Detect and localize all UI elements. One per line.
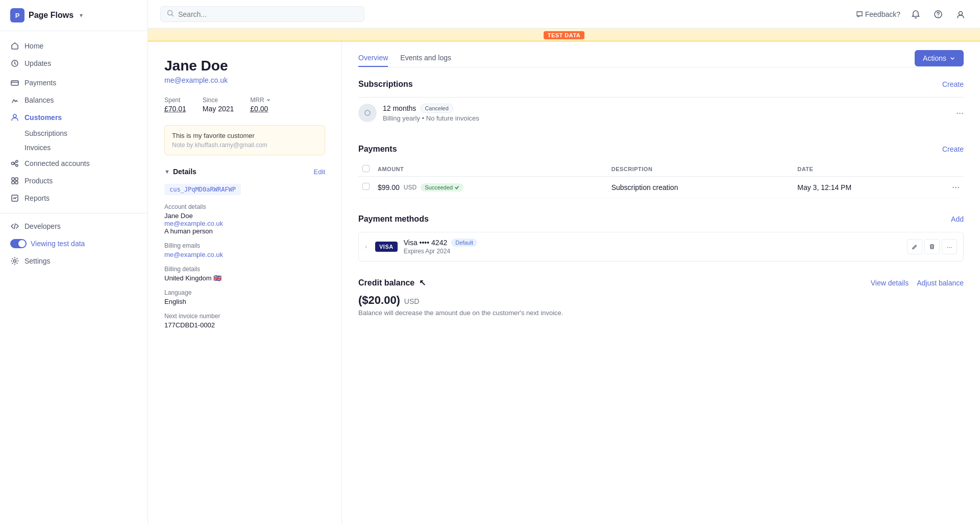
test-data-banner: TEST DATA [148, 29, 980, 41]
sidebar-item-invoices[interactable]: Invoices [0, 140, 148, 155]
pm-expiry: Expires Apr 2024 [404, 248, 901, 255]
payment-status-badge: Succeeded [421, 183, 463, 192]
feedback-label: Feedback? [865, 10, 900, 18]
pm-edit-button[interactable] [907, 239, 922, 254]
create-subscription-button[interactable]: Create [942, 80, 964, 88]
sidebar-item-developers-label: Developers [24, 222, 61, 230]
actions-label: Actions [923, 54, 946, 62]
payment-amount: $99.00 USD Succeeded [374, 177, 607, 198]
actions-button[interactable]: Actions [915, 50, 964, 66]
payments-header: Payments Create [358, 145, 964, 154]
details-title: ▼ Details [164, 168, 197, 176]
credit-balance-note: Balance will decrease the amount due on … [358, 309, 964, 317]
account-desc: A human person [164, 227, 325, 235]
actions-col-header [948, 162, 964, 177]
sidebar-item-home[interactable]: Home [0, 37, 148, 55]
pm-delete-button[interactable] [924, 239, 940, 254]
sidebar-item-invoices-label: Invoices [24, 144, 51, 152]
payments-table-head: AMOUNT DESCRIPTION DATE [358, 162, 964, 177]
note-text: This is my favorite customer [172, 132, 317, 139]
payment-description: Subscription creation [607, 177, 794, 198]
billing-details-group: Billing details United Kingdom 🇬🇧 [164, 266, 325, 282]
sidebar-item-balances[interactable]: Balances [0, 91, 148, 109]
sidebar-item-settings-label: Settings [24, 257, 51, 265]
account-button[interactable] [953, 7, 968, 21]
subscriptions-section: Subscriptions Create 12 months Canceled … [358, 80, 964, 128]
sidebar-item-reports[interactable]: Reports [0, 189, 148, 207]
stat-since-value: May 2021 [203, 105, 234, 113]
customer-id-badge[interactable]: cus_JPqMD0aRWRAFWP [164, 184, 241, 195]
settings-icon [10, 256, 19, 266]
search-icon [167, 10, 174, 18]
pm-display-name: Visa •••• 4242 [404, 239, 448, 247]
payment-amount-value: $99.00 [378, 183, 400, 192]
billing-emails-label: Billing emails [164, 242, 325, 249]
stat-since: Since May 2021 [203, 97, 234, 113]
stat-spent: Spent £70.01 [164, 97, 186, 113]
pm-actions: ··· [907, 239, 957, 254]
test-data-toggle-switch[interactable] [10, 239, 27, 248]
svg-point-16 [365, 110, 370, 115]
sidebar-logo[interactable]: P Page Flows ▾ [0, 0, 148, 31]
reports-icon [10, 194, 19, 203]
customer-email[interactable]: me@example.co.uk [164, 76, 325, 84]
svg-point-3 [12, 162, 14, 165]
svg-rect-7 [15, 178, 18, 180]
customers-icon [10, 113, 19, 122]
pm-more-button[interactable]: ··· [942, 239, 957, 254]
credit-balance-amount: ($20.00) [358, 294, 400, 306]
view-details-button[interactable]: View details [871, 279, 909, 287]
create-payment-button[interactable]: Create [942, 145, 964, 153]
customer-stats: Spent £70.01 Since May 2021 MRR £0.00 [164, 97, 325, 113]
collapse-icon[interactable]: ▼ [164, 169, 170, 175]
sidebar-item-products[interactable]: Products [0, 172, 148, 189]
sidebar-item-connected-accounts[interactable]: Connected accounts [0, 155, 148, 172]
payments-icon [10, 78, 19, 87]
svg-point-11 [14, 260, 16, 263]
viewing-test-data-toggle[interactable]: Viewing test data [0, 235, 148, 252]
subscription-more-button[interactable]: ··· [956, 108, 964, 118]
logo-chevron-icon: ▾ [80, 12, 83, 19]
payments-title: Payments [358, 145, 397, 154]
main-content: Feedback? TEST DATA Jane Doe me@example.… [148, 0, 980, 524]
search-input[interactable] [178, 10, 358, 18]
feedback-button[interactable]: Feedback? [856, 10, 900, 18]
subscription-detail: Billing yearly • No future invoices [383, 114, 950, 122]
details-section-header: ▼ Details Edit [164, 168, 325, 176]
search-box[interactable] [160, 6, 364, 22]
viewing-test-data-label: Viewing test data [31, 240, 85, 248]
tab-events-logs[interactable]: Events and logs [400, 50, 451, 67]
sidebar-item-subscriptions[interactable]: Subscriptions [0, 126, 148, 140]
help-button[interactable] [931, 7, 945, 21]
edit-details-button[interactable]: Edit [314, 168, 325, 176]
credit-balance-actions: View details Adjust balance [871, 279, 964, 287]
subscription-item: 12 months Canceled Billing yearly • No f… [358, 97, 964, 128]
subscription-info: 12 months Canceled Billing yearly • No f… [383, 104, 950, 122]
sidebar-item-developers[interactable]: Developers [0, 218, 148, 235]
svg-rect-9 [15, 181, 18, 184]
cursor-icon: ↖ [419, 278, 426, 288]
tab-overview[interactable]: Overview [358, 50, 388, 67]
credit-balance-currency: USD [404, 297, 420, 305]
credit-balance-header: Credit balance ↖ View details Adjust bal… [358, 278, 964, 288]
subscriptions-header: Subscriptions Create [358, 80, 964, 89]
sidebar-item-updates[interactable]: Updates [0, 55, 148, 72]
description-col-header: DESCRIPTION [607, 162, 794, 177]
add-payment-method-button[interactable]: Add [951, 215, 964, 223]
payment-row[interactable]: $99.00 USD Succeeded Subscription creati… [358, 177, 964, 198]
svg-point-14 [938, 16, 939, 17]
payment-checkbox[interactable] [358, 177, 374, 198]
notifications-button[interactable] [909, 7, 923, 21]
sidebar-item-connected-accounts-label: Connected accounts [24, 159, 90, 168]
sidebar-item-customers[interactable]: Customers [0, 109, 148, 126]
products-icon [10, 176, 19, 185]
payment-method-expand-icon[interactable]: › [365, 243, 367, 250]
payment-more-button[interactable]: ··· [948, 177, 964, 198]
adjust-balance-button[interactable]: Adjust balance [917, 279, 964, 287]
account-details-label: Account details [164, 203, 325, 210]
sidebar-item-payments[interactable]: Payments [0, 74, 148, 91]
sidebar-item-settings[interactable]: Settings [0, 252, 148, 270]
svg-point-15 [959, 11, 963, 15]
account-name: Jane Doe [164, 212, 325, 220]
logo-icon: P [10, 8, 24, 22]
